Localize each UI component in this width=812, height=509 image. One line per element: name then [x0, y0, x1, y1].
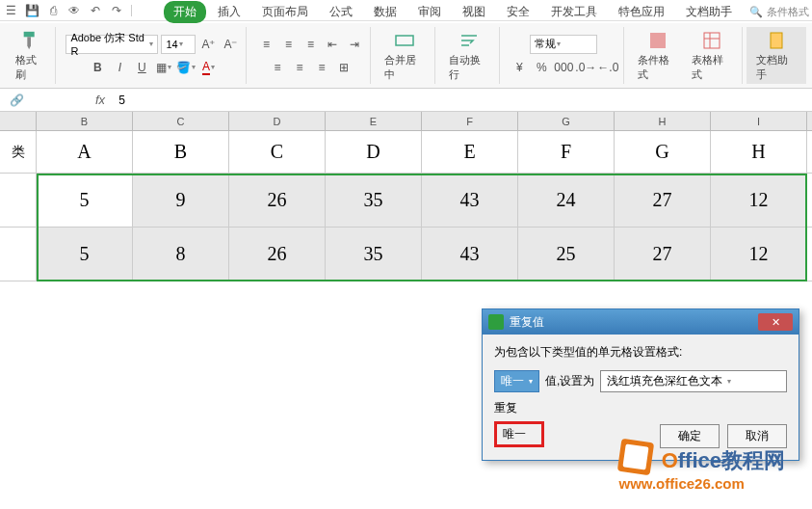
align-center-button[interactable]: ≡: [290, 58, 309, 77]
ribbon-tabs: 开始 插入 页面布局 公式 数据 审阅 视图 安全 开发工具 特色应用 文档助手…: [0, 0, 812, 23]
search-box[interactable]: 🔍 条件格式: [749, 5, 809, 19]
align-right-button[interactable]: ≡: [312, 58, 331, 77]
type-select[interactable]: 唯一▾: [494, 370, 539, 392]
percent-button[interactable]: %: [532, 58, 551, 77]
table-style-icon: [701, 30, 722, 51]
doc-helper-button[interactable]: 文档助手: [752, 28, 800, 84]
table-row: 类 A B C D E F G H: [0, 131, 812, 174]
watermark-url: www.office26.com: [619, 475, 786, 492]
tab-view[interactable]: 视图: [453, 1, 495, 23]
format-select[interactable]: 浅红填充色深红色文本▾: [600, 370, 787, 392]
cell[interactable]: 26: [229, 228, 326, 281]
merge-group: 合并居中: [375, 27, 435, 84]
tab-data[interactable]: 数据: [364, 1, 406, 23]
cell[interactable]: 35: [326, 228, 422, 281]
tab-dev[interactable]: 开发工具: [541, 1, 607, 23]
col-header[interactable]: C: [133, 112, 229, 130]
underline-button[interactable]: U: [132, 58, 151, 77]
cell[interactable]: 35: [326, 174, 422, 227]
tab-formula[interactable]: 公式: [320, 1, 362, 23]
link-icon[interactable]: 🔗: [4, 94, 30, 107]
col-header[interactable]: D: [229, 112, 326, 130]
italic-button[interactable]: I: [110, 58, 129, 77]
cell[interactable]: E: [422, 131, 518, 173]
auto-wrap-button[interactable]: 自动换行: [445, 28, 493, 84]
table-row: 5 9 26 35 43 24 27 12: [0, 174, 812, 228]
spreadsheet: B C D E F G H I 类 A B C D E F G H 5 9 26…: [0, 112, 812, 281]
font-name-select[interactable]: Adobe 仿宋 Std R▾: [65, 35, 158, 54]
dialog-titlebar: 重复值 ✕: [483, 309, 799, 335]
border-button[interactable]: ▦▾: [154, 58, 173, 77]
col-header[interactable]: E: [326, 112, 422, 130]
tab-insert[interactable]: 插入: [208, 1, 250, 23]
app-icon: [488, 314, 504, 330]
font-group: Adobe 仿宋 Std R▾ 14▾ A⁺ A⁻ B I U ▦▾ 🪣▾ A▾: [60, 27, 247, 84]
cell[interactable]: 43: [422, 174, 518, 227]
dec-decimal-button[interactable]: ←.0: [598, 58, 617, 77]
align-left-button[interactable]: ≡: [268, 58, 287, 77]
cell[interactable]: 43: [422, 228, 518, 281]
conditional-format-button[interactable]: 条件格式: [634, 28, 682, 84]
indent-dec-button[interactable]: ⇤: [323, 35, 342, 54]
indent-inc-button[interactable]: ⇥: [345, 35, 364, 54]
tab-review[interactable]: 审阅: [408, 1, 451, 23]
merge-split-button[interactable]: ⊞: [334, 58, 354, 77]
cell[interactable]: C: [229, 131, 326, 173]
formula-bar: 🔗 fx: [0, 89, 812, 112]
font-color-button[interactable]: A▾: [198, 58, 218, 77]
number-format-select[interactable]: 常规▾: [530, 35, 597, 54]
merge-icon: [394, 30, 415, 51]
cell[interactable]: 5: [37, 228, 133, 281]
cell[interactable]: 12: [711, 228, 807, 281]
cell[interactable]: F: [518, 131, 615, 173]
quick-access-toolbar: ☰ 💾 ⎙ 👁 ↶ ↷ 开始 插入 页面布局 公式 数据 审阅 视图 安全 开发…: [0, 0, 812, 21]
tab-doc-helper[interactable]: 文档助手: [676, 1, 742, 23]
decrease-font-button[interactable]: A⁻: [221, 35, 240, 54]
cell[interactable]: H: [711, 131, 807, 173]
font-size-select[interactable]: 14▾: [161, 35, 196, 54]
watermark-icon: [616, 439, 653, 475]
col-header[interactable]: G: [518, 112, 615, 130]
cell[interactable]: 26: [229, 174, 326, 227]
cell[interactable]: 24: [518, 174, 615, 227]
align-mid-button[interactable]: ≡: [278, 35, 298, 54]
cell[interactable]: 5: [37, 174, 133, 227]
doc-helper-icon: [766, 30, 787, 51]
cell[interactable]: 12: [711, 174, 807, 227]
comma-button[interactable]: 000: [554, 58, 573, 77]
col-header[interactable]: I: [711, 112, 807, 130]
wrap-icon: [458, 30, 480, 51]
cell[interactable]: B: [133, 131, 229, 173]
option-unique-highlighted[interactable]: 唯一: [494, 421, 544, 447]
tab-special[interactable]: 特色应用: [609, 1, 674, 23]
cell[interactable]: G: [615, 131, 711, 173]
close-button[interactable]: ✕: [758, 313, 793, 331]
format-painter-button[interactable]: 格式刷: [12, 28, 49, 84]
tab-home[interactable]: 开始: [164, 1, 206, 23]
currency-button[interactable]: ¥: [510, 58, 529, 77]
cell[interactable]: 9: [133, 174, 229, 227]
merge-center-button[interactable]: 合并居中: [380, 28, 429, 84]
col-header[interactable]: F: [422, 112, 518, 130]
cell[interactable]: 27: [615, 174, 711, 227]
cell[interactable]: A: [37, 131, 133, 173]
col-header[interactable]: B: [37, 112, 133, 130]
tab-layout[interactable]: 页面布局: [252, 1, 318, 23]
increase-font-button[interactable]: A⁺: [198, 35, 218, 54]
cell[interactable]: 8: [133, 228, 229, 281]
fill-color-button[interactable]: 🪣▾: [176, 58, 196, 77]
tab-security[interactable]: 安全: [497, 1, 539, 23]
align-top-button[interactable]: ≡: [256, 35, 275, 54]
table-style-button[interactable]: 表格样式: [688, 28, 736, 84]
cell[interactable]: 25: [518, 228, 615, 281]
bold-button[interactable]: B: [88, 58, 107, 77]
cell[interactable]: 27: [615, 228, 711, 281]
formula-input[interactable]: [113, 92, 808, 109]
col-header[interactable]: H: [615, 112, 711, 130]
row-label: [0, 174, 37, 227]
cell[interactable]: D: [326, 131, 422, 173]
align-bot-button[interactable]: ≡: [301, 35, 320, 54]
option-duplicate[interactable]: 重复: [494, 400, 787, 416]
fx-label[interactable]: fx: [88, 93, 113, 107]
inc-decimal-button[interactable]: .0→: [576, 58, 595, 77]
